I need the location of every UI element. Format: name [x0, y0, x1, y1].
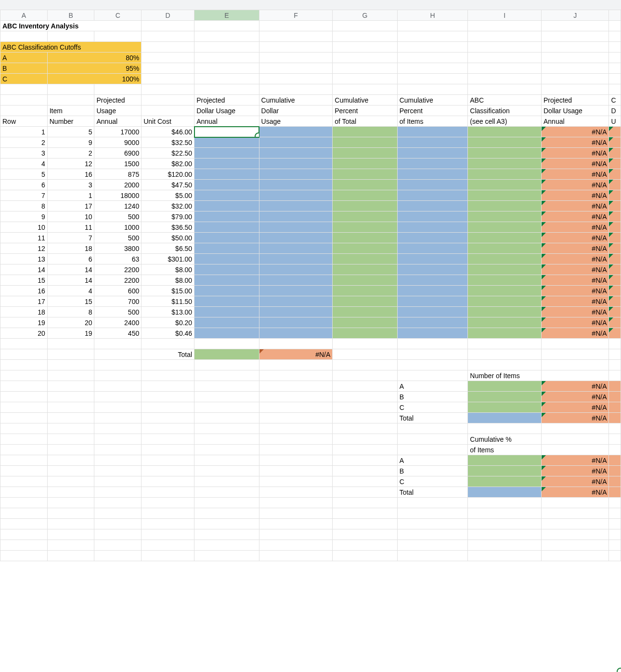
cell[interactable] [142, 63, 194, 74]
cell[interactable] [142, 466, 194, 476]
cell[interactable] [259, 84, 333, 95]
cell[interactable] [94, 360, 142, 370]
cell[interactable] [194, 201, 259, 211]
cell[interactable] [259, 402, 333, 413]
cell[interactable] [194, 63, 259, 74]
cell[interactable] [194, 423, 259, 434]
cell[interactable] [397, 169, 468, 180]
cell[interactable] [333, 317, 397, 328]
cell[interactable] [142, 31, 194, 42]
cell[interactable] [468, 211, 542, 222]
cell[interactable] [468, 508, 542, 519]
cell[interactable] [397, 551, 468, 561]
cell[interactable] [541, 74, 609, 84]
cell-na[interactable]: #N/A [541, 148, 609, 158]
cell-usage[interactable]: 1240 [94, 201, 142, 211]
cell[interactable] [47, 466, 94, 476]
cell[interactable] [194, 370, 259, 381]
cell[interactable] [397, 211, 468, 222]
cell[interactable] [194, 137, 259, 148]
cell[interactable] [468, 307, 542, 317]
cell[interactable] [94, 370, 142, 381]
cell-item[interactable]: 4 [47, 286, 94, 296]
cell[interactable] [468, 243, 542, 254]
cell[interactable] [94, 84, 142, 95]
cell[interactable] [609, 317, 621, 328]
cell[interactable] [194, 21, 259, 31]
cell[interactable] [333, 222, 397, 233]
cell[interactable] [333, 551, 397, 561]
table-row[interactable]: 14142200$8.00#N/A [0, 264, 621, 275]
cell[interactable] [468, 169, 542, 180]
cell[interactable] [194, 180, 259, 190]
cell-usage[interactable]: 9000 [94, 137, 142, 148]
cell-row[interactable]: 12 [0, 243, 48, 254]
cell[interactable] [609, 84, 621, 95]
cell[interactable] [333, 243, 397, 254]
cell[interactable] [259, 127, 333, 137]
cell[interactable] [142, 42, 194, 53]
cell[interactable] [397, 508, 468, 519]
cell[interactable] [194, 84, 259, 95]
cell[interactable] [259, 360, 333, 370]
cell-cost[interactable]: $8.00 [142, 264, 194, 275]
cell[interactable] [468, 53, 542, 63]
cell[interactable] [609, 349, 621, 360]
cell[interactable] [541, 529, 609, 540]
cell[interactable] [333, 370, 397, 381]
cell-cost[interactable]: $301.00 [142, 254, 194, 264]
cell[interactable] [142, 339, 194, 349]
col-header-I[interactable]: I [468, 10, 542, 21]
cell[interactable] [194, 487, 259, 498]
cell[interactable] [259, 201, 333, 211]
cell[interactable] [194, 254, 259, 264]
cell[interactable] [468, 529, 542, 540]
cell[interactable] [94, 339, 142, 349]
cell-usage[interactable]: 2000 [94, 180, 142, 190]
cell[interactable] [0, 402, 48, 413]
summary-na[interactable]: #N/A [541, 392, 609, 402]
cell[interactable] [333, 487, 397, 498]
cell-na[interactable]: #N/A [541, 328, 609, 339]
cell-row[interactable]: 3 [0, 148, 48, 158]
table-row[interactable]: 516875$120.00#N/A [0, 169, 621, 180]
cell[interactable] [142, 540, 194, 551]
cell-row[interactable]: 14 [0, 264, 48, 275]
cell-usage[interactable]: 450 [94, 328, 142, 339]
cell-usage[interactable]: 500 [94, 307, 142, 317]
cell[interactable] [397, 42, 468, 53]
table-row[interactable]: 1715700$11.50#N/A [0, 296, 621, 307]
grid[interactable]: A B C D E F G H I J ABC Inventory Analys… [0, 10, 621, 561]
cell[interactable] [397, 317, 468, 328]
cell[interactable] [609, 381, 621, 392]
cell[interactable] [0, 423, 48, 434]
cell[interactable] [468, 392, 542, 402]
cell[interactable] [94, 508, 142, 519]
cell[interactable] [609, 201, 621, 211]
cell[interactable] [0, 84, 48, 95]
cell[interactable] [94, 434, 142, 445]
selected-cell[interactable] [194, 127, 259, 137]
cell[interactable] [194, 466, 259, 476]
cell-na[interactable]: #N/A [541, 296, 609, 307]
cell-cost[interactable]: $11.50 [142, 296, 194, 307]
cell[interactable] [609, 296, 621, 307]
col-header-B[interactable]: B [47, 10, 94, 21]
cell[interactable] [468, 328, 542, 339]
table-row[interactable]: 164600$15.00#N/A [0, 286, 621, 296]
cell-item[interactable]: 19 [47, 328, 94, 339]
cell[interactable] [397, 254, 468, 264]
cell[interactable] [397, 434, 468, 445]
cell-row[interactable]: 11 [0, 233, 48, 243]
table-row[interactable]: 13663$301.00#N/A [0, 254, 621, 264]
cell-na[interactable]: #N/A [541, 201, 609, 211]
cell[interactable] [259, 222, 333, 233]
cell[interactable] [94, 529, 142, 540]
cell[interactable] [259, 381, 333, 392]
total-na[interactable]: #N/A [259, 349, 333, 360]
cell[interactable] [609, 42, 621, 53]
cell[interactable] [259, 423, 333, 434]
cell[interactable] [541, 423, 609, 434]
cell[interactable] [194, 392, 259, 402]
cell[interactable] [468, 466, 542, 476]
